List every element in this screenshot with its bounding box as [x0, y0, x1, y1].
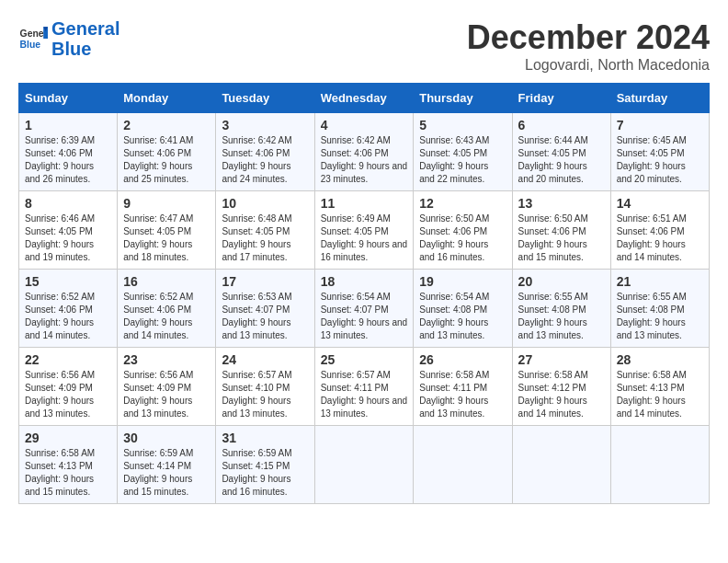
cell-sun-info: Sunrise: 6:52 AMSunset: 4:06 PMDaylight:… — [25, 291, 111, 342]
cell-day-number: 11 — [321, 196, 408, 211]
cell-day-number: 6 — [518, 118, 605, 132]
cell-day-number: 27 — [518, 352, 605, 367]
cell-sun-info: Sunrise: 6:44 AMSunset: 4:05 PMDaylight:… — [518, 134, 605, 186]
cell-sun-info: Sunrise: 6:54 AMSunset: 4:08 PMDaylight:… — [419, 291, 506, 342]
calendar-cell: 21Sunrise: 6:55 AMSunset: 4:08 PMDayligh… — [610, 270, 709, 348]
calendar-cell: 26Sunrise: 6:58 AMSunset: 4:11 PMDayligh… — [414, 348, 512, 426]
calendar-cell: 1Sunrise: 6:39 AMSunset: 4:06 PMDaylight… — [19, 113, 118, 191]
calendar-cell: 24Sunrise: 6:57 AMSunset: 4:10 PMDayligh… — [216, 348, 314, 426]
cell-day-number: 22 — [25, 352, 111, 367]
cell-sun-info: Sunrise: 6:59 AMSunset: 4:14 PMDaylight:… — [123, 447, 210, 499]
weekday-header-sunday: Sunday — [19, 84, 118, 113]
calendar-cell: 2Sunrise: 6:41 AMSunset: 4:06 PMDaylight… — [118, 113, 216, 191]
cell-day-number: 3 — [222, 118, 308, 132]
cell-day-number: 10 — [222, 196, 308, 211]
cell-sun-info: Sunrise: 6:42 AMSunset: 4:06 PMDaylight:… — [222, 134, 308, 186]
cell-day-number: 15 — [25, 274, 111, 289]
cell-sun-info: Sunrise: 6:55 AMSunset: 4:08 PMDaylight:… — [617, 291, 703, 342]
cell-sun-info: Sunrise: 6:43 AMSunset: 4:05 PMDaylight:… — [419, 134, 506, 186]
cell-day-number: 30 — [123, 431, 210, 445]
cell-day-number: 24 — [222, 352, 308, 367]
cell-sun-info: Sunrise: 6:57 AMSunset: 4:10 PMDaylight:… — [222, 369, 308, 420]
cell-day-number: 17 — [222, 274, 308, 289]
cell-day-number: 14 — [617, 196, 703, 211]
calendar-cell: 22Sunrise: 6:56 AMSunset: 4:09 PMDayligh… — [19, 348, 118, 426]
calendar-cell: 10Sunrise: 6:48 AMSunset: 4:05 PMDayligh… — [216, 191, 314, 270]
cell-sun-info: Sunrise: 6:45 AMSunset: 4:05 PMDaylight:… — [617, 134, 703, 186]
calendar-cell: 3Sunrise: 6:42 AMSunset: 4:06 PMDaylight… — [216, 113, 314, 191]
calendar-cell: 23Sunrise: 6:56 AMSunset: 4:09 PMDayligh… — [118, 348, 216, 426]
svg-text:Blue: Blue — [20, 40, 41, 50]
cell-sun-info: Sunrise: 6:59 AMSunset: 4:15 PMDaylight:… — [222, 447, 308, 499]
calendar-cell: 12Sunrise: 6:50 AMSunset: 4:06 PMDayligh… — [414, 191, 512, 270]
cell-sun-info: Sunrise: 6:47 AMSunset: 4:05 PMDaylight:… — [123, 213, 210, 264]
calendar-cell: 25Sunrise: 6:57 AMSunset: 4:11 PMDayligh… — [314, 348, 414, 426]
cell-sun-info: Sunrise: 6:56 AMSunset: 4:09 PMDaylight:… — [123, 369, 210, 420]
cell-day-number: 26 — [419, 352, 506, 367]
logo-icon: General Blue — [18, 24, 48, 53]
title-area: December 2024 Logovardi, North Macedonia — [467, 18, 710, 74]
calendar-cell: 31Sunrise: 6:59 AMSunset: 4:15 PMDayligh… — [216, 426, 314, 504]
weekday-header-row: SundayMondayTuesdayWednesdayThursdayFrid… — [19, 84, 710, 113]
cell-sun-info: Sunrise: 6:58 AMSunset: 4:13 PMDaylight:… — [25, 447, 111, 499]
calendar-subtitle: Logovardi, North Macedonia — [467, 57, 710, 74]
calendar-cell: 9Sunrise: 6:47 AMSunset: 4:05 PMDaylight… — [118, 191, 216, 270]
calendar-week-row: 29Sunrise: 6:58 AMSunset: 4:13 PMDayligh… — [19, 426, 710, 504]
header: General Blue General Blue December 2024 … — [18, 18, 710, 74]
calendar-cell: 19Sunrise: 6:54 AMSunset: 4:08 PMDayligh… — [414, 270, 512, 348]
cell-sun-info: Sunrise: 6:39 AMSunset: 4:06 PMDaylight:… — [25, 134, 111, 186]
logo: General Blue General Blue — [18, 18, 119, 59]
weekday-header-tuesday: Tuesday — [216, 84, 314, 113]
logo-general: General — [51, 18, 119, 39]
cell-day-number: 25 — [321, 352, 408, 367]
cell-sun-info: Sunrise: 6:58 AMSunset: 4:11 PMDaylight:… — [419, 369, 506, 420]
cell-day-number: 4 — [321, 118, 408, 132]
cell-sun-info: Sunrise: 6:49 AMSunset: 4:05 PMDaylight:… — [321, 213, 408, 264]
cell-sun-info: Sunrise: 6:52 AMSunset: 4:06 PMDaylight:… — [123, 291, 210, 342]
cell-day-number: 29 — [25, 431, 111, 445]
weekday-header-wednesday: Wednesday — [314, 84, 414, 113]
calendar-table: SundayMondayTuesdayWednesdayThursdayFrid… — [18, 83, 710, 504]
cell-sun-info: Sunrise: 6:56 AMSunset: 4:09 PMDaylight:… — [25, 369, 111, 420]
cell-sun-info: Sunrise: 6:41 AMSunset: 4:06 PMDaylight:… — [123, 134, 210, 186]
cell-sun-info: Sunrise: 6:42 AMSunset: 4:06 PMDaylight:… — [321, 134, 408, 186]
calendar-cell: 4Sunrise: 6:42 AMSunset: 4:06 PMDaylight… — [314, 113, 414, 191]
calendar-cell: 15Sunrise: 6:52 AMSunset: 4:06 PMDayligh… — [19, 270, 118, 348]
calendar-title: December 2024 — [467, 18, 710, 57]
cell-sun-info: Sunrise: 6:51 AMSunset: 4:06 PMDaylight:… — [617, 213, 703, 264]
cell-sun-info: Sunrise: 6:58 AMSunset: 4:13 PMDaylight:… — [617, 369, 703, 420]
cell-day-number: 28 — [617, 352, 703, 367]
cell-sun-info: Sunrise: 6:57 AMSunset: 4:11 PMDaylight:… — [321, 369, 408, 420]
cell-day-number: 18 — [321, 274, 408, 289]
cell-day-number: 7 — [617, 118, 703, 132]
cell-sun-info: Sunrise: 6:48 AMSunset: 4:05 PMDaylight:… — [222, 213, 308, 264]
cell-sun-info: Sunrise: 6:46 AMSunset: 4:05 PMDaylight:… — [25, 213, 111, 264]
cell-sun-info: Sunrise: 6:58 AMSunset: 4:12 PMDaylight:… — [518, 369, 605, 420]
calendar-week-row: 1Sunrise: 6:39 AMSunset: 4:06 PMDaylight… — [19, 113, 710, 191]
calendar-cell: 8Sunrise: 6:46 AMSunset: 4:05 PMDaylight… — [19, 191, 118, 270]
cell-sun-info: Sunrise: 6:53 AMSunset: 4:07 PMDaylight:… — [222, 291, 308, 342]
calendar-week-row: 15Sunrise: 6:52 AMSunset: 4:06 PMDayligh… — [19, 270, 710, 348]
cell-day-number: 19 — [419, 274, 506, 289]
cell-day-number: 16 — [123, 274, 210, 289]
calendar-cell: 6Sunrise: 6:44 AMSunset: 4:05 PMDaylight… — [512, 113, 610, 191]
cell-day-number: 13 — [518, 196, 605, 211]
calendar-cell — [512, 426, 610, 504]
cell-day-number: 21 — [617, 274, 703, 289]
calendar-cell — [414, 426, 512, 504]
calendar-cell: 14Sunrise: 6:51 AMSunset: 4:06 PMDayligh… — [610, 191, 709, 270]
cell-sun-info: Sunrise: 6:55 AMSunset: 4:08 PMDaylight:… — [518, 291, 605, 342]
cell-day-number: 31 — [222, 431, 308, 445]
calendar-cell: 20Sunrise: 6:55 AMSunset: 4:08 PMDayligh… — [512, 270, 610, 348]
cell-sun-info: Sunrise: 6:54 AMSunset: 4:07 PMDaylight:… — [321, 291, 408, 342]
calendar-cell: 29Sunrise: 6:58 AMSunset: 4:13 PMDayligh… — [19, 426, 118, 504]
cell-sun-info: Sunrise: 6:50 AMSunset: 4:06 PMDaylight:… — [518, 213, 605, 264]
weekday-header-friday: Friday — [512, 84, 610, 113]
logo-blue: Blue — [51, 39, 91, 59]
calendar-cell: 5Sunrise: 6:43 AMSunset: 4:05 PMDaylight… — [414, 113, 512, 191]
calendar-week-row: 8Sunrise: 6:46 AMSunset: 4:05 PMDaylight… — [19, 191, 710, 270]
cell-day-number: 2 — [123, 118, 210, 132]
cell-sun-info: Sunrise: 6:50 AMSunset: 4:06 PMDaylight:… — [419, 213, 506, 264]
cell-day-number: 5 — [419, 118, 506, 132]
calendar-cell: 11Sunrise: 6:49 AMSunset: 4:05 PMDayligh… — [314, 191, 414, 270]
